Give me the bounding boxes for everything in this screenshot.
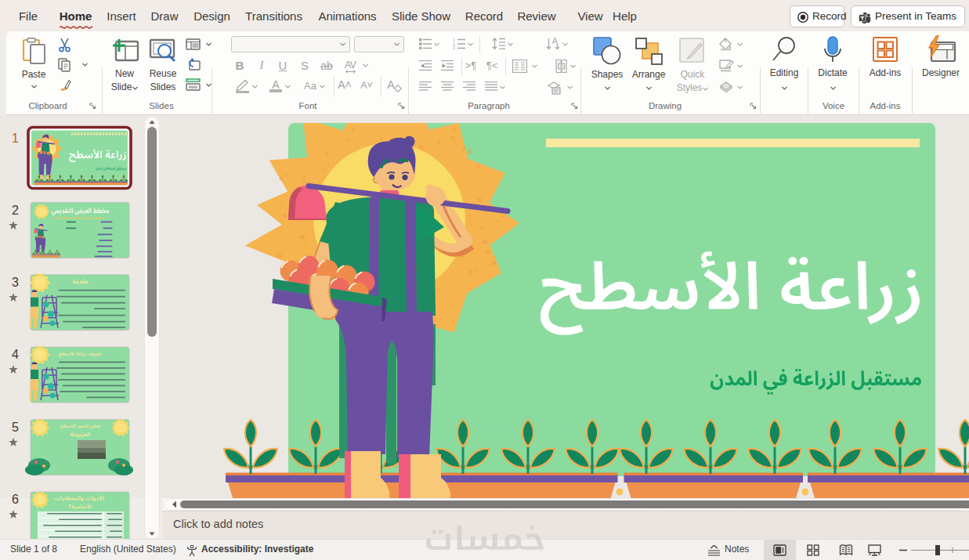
svg-text:4: 4 — [12, 348, 19, 361]
svg-text:3: 3 — [453, 45, 455, 49]
svg-text:2: 2 — [12, 204, 19, 217]
svg-text:6: 6 — [12, 493, 19, 506]
svg-text:5: 5 — [12, 421, 19, 434]
svg-text:1: 1 — [12, 132, 19, 145]
svg-text:3: 3 — [12, 276, 19, 289]
